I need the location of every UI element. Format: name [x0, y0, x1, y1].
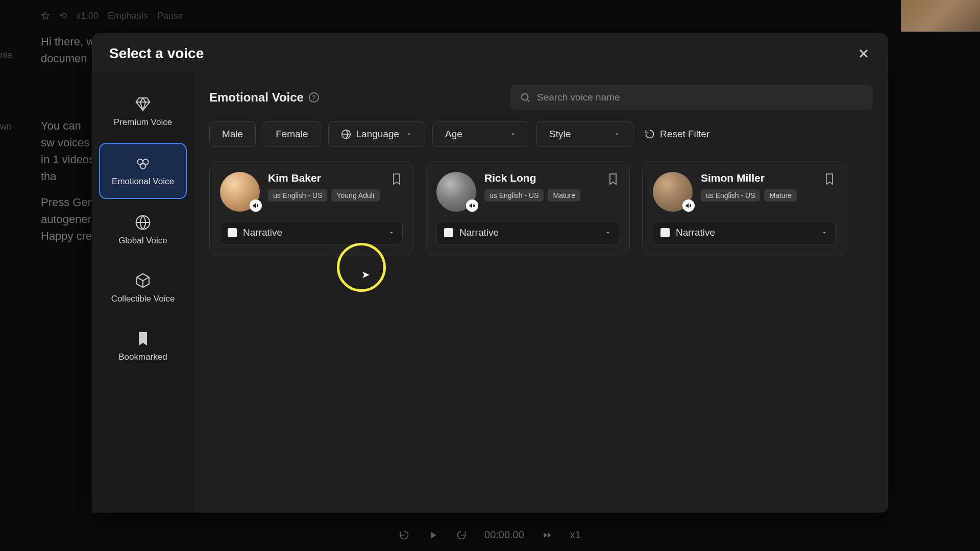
chevron-down-icon	[509, 131, 517, 138]
svg-point-2	[140, 163, 146, 169]
voice-card[interactable]: Simon Miller us English - US Mature Narr…	[642, 161, 846, 255]
main-panel: Emotional Voice ? Male Female Language	[194, 70, 888, 513]
bookmark-icon[interactable]	[390, 172, 403, 186]
sidebar-item-emotional[interactable]: Emotional Voice	[99, 143, 187, 199]
filter-language[interactable]: Language	[328, 121, 426, 147]
pin-icon	[41, 11, 50, 20]
fast-forward-icon	[542, 530, 552, 540]
sidebar-label: Global Voice	[118, 236, 167, 246]
section-title: Emotional Voice	[209, 90, 304, 105]
sidebar-label: Premium Voice	[114, 117, 172, 128]
rewind-icon	[399, 530, 409, 540]
reset-filter[interactable]: Reset Filter	[645, 129, 709, 140]
lang-tag: us English - US	[484, 189, 544, 202]
filter-style[interactable]: Style	[536, 121, 633, 147]
section-header: Emotional Voice ?	[209, 85, 873, 110]
emotion-icon	[135, 155, 151, 171]
style-value: Narrative	[459, 227, 499, 238]
chevron-down-icon	[614, 131, 621, 138]
bg-speed: x1.00	[76, 11, 99, 21]
age-tag: Mature	[548, 189, 580, 202]
bg-pause: Pause	[157, 11, 183, 21]
bookmark-icon[interactable]	[823, 172, 836, 186]
bg-script-3: Press Gen autogener Happy cre	[41, 194, 97, 244]
style-select[interactable]: Narrative	[220, 221, 403, 244]
lang-tag: us English - US	[268, 189, 327, 202]
style-select[interactable]: Narrative	[653, 221, 836, 244]
bg-script-2: You can sw voices in 1 videos tha	[41, 117, 97, 185]
style-icon	[660, 228, 670, 237]
player-speed: x1	[570, 529, 581, 541]
sidebar-item-collectible[interactable]: Collectible Voice	[99, 261, 187, 315]
chevron-down-icon	[388, 229, 395, 236]
bookmark-icon	[135, 331, 151, 347]
filter-male[interactable]: Male	[209, 121, 256, 147]
bg-side-1: nia	[0, 50, 12, 61]
chevron-down-icon	[405, 131, 412, 138]
style-icon	[444, 228, 453, 237]
bg-side-2: wn	[0, 121, 12, 132]
preview-thumbnail	[901, 0, 980, 32]
forward-icon	[456, 530, 467, 540]
filter-female[interactable]: Female	[263, 121, 321, 147]
sidebar-label: Collectible Voice	[111, 294, 175, 304]
style-icon	[228, 228, 237, 237]
modal-body: Premium Voice Emotional Voice Global Voi…	[92, 70, 888, 513]
bg-player: 00:00.00 x1	[399, 529, 581, 541]
sidebar-label: Emotional Voice	[112, 177, 174, 187]
globe-icon	[135, 214, 151, 231]
speaker-icon[interactable]	[682, 199, 695, 212]
diamond-icon	[135, 96, 151, 112]
speaker-icon[interactable]	[466, 199, 478, 212]
modal-title: Select a voice	[109, 45, 204, 62]
avatar	[436, 172, 476, 212]
play-icon	[427, 530, 438, 541]
bookmark-icon[interactable]	[607, 172, 619, 186]
chevron-down-icon	[604, 229, 611, 236]
avatar	[220, 172, 260, 212]
voice-card[interactable]: Kim Baker us English - US Young Adult Na…	[209, 161, 413, 255]
search-icon	[520, 92, 531, 103]
avatar	[653, 172, 693, 212]
chevron-down-icon	[821, 229, 828, 236]
voice-name: Simon Miller	[701, 172, 836, 184]
speed-icon: ⟲	[59, 10, 67, 21]
voice-modal: Select a voice Premium Voice Emotional V…	[92, 33, 888, 513]
style-value: Narrative	[676, 227, 715, 238]
sidebar-item-bookmarked[interactable]: Bookmarked	[99, 319, 187, 373]
close-icon[interactable]	[856, 46, 871, 61]
reset-icon	[645, 129, 655, 139]
style-select[interactable]: Narrative	[436, 221, 619, 244]
bg-toolbar: ⟲ x1.00 Emphasis Pause	[41, 10, 183, 21]
modal-header: Select a voice	[92, 33, 888, 70]
sidebar-item-global[interactable]: Global Voice	[99, 203, 187, 257]
age-tag: Young Adult	[331, 189, 379, 202]
player-time: 00:00.00	[484, 529, 524, 541]
filters: Male Female Language Age Style	[209, 121, 873, 147]
voice-card[interactable]: Rick Long us English - US Mature Narrati…	[426, 161, 630, 255]
sidebar-item-premium[interactable]: Premium Voice	[99, 85, 187, 139]
style-value: Narrative	[243, 227, 282, 238]
search-input[interactable]	[537, 92, 864, 103]
age-tag: Mature	[764, 189, 797, 202]
filter-age[interactable]: Age	[432, 121, 529, 147]
svg-point-4	[522, 94, 528, 101]
help-icon[interactable]: ?	[309, 92, 319, 103]
voice-name: Rick Long	[484, 172, 619, 184]
voice-cards: Kim Baker us English - US Young Adult Na…	[209, 161, 873, 255]
speaker-icon[interactable]	[250, 199, 262, 212]
bg-emphasis: Emphasis	[108, 11, 148, 21]
search-box[interactable]	[510, 85, 873, 110]
lang-tag: us English - US	[701, 189, 760, 202]
sidebar-label: Bookmarked	[118, 352, 167, 362]
sidebar: Premium Voice Emotional Voice Global Voi…	[92, 70, 194, 513]
cube-icon	[135, 272, 151, 289]
highlight-annotation: ➤	[337, 243, 386, 292]
globe-small-icon	[341, 129, 351, 139]
voice-name: Kim Baker	[268, 172, 403, 184]
